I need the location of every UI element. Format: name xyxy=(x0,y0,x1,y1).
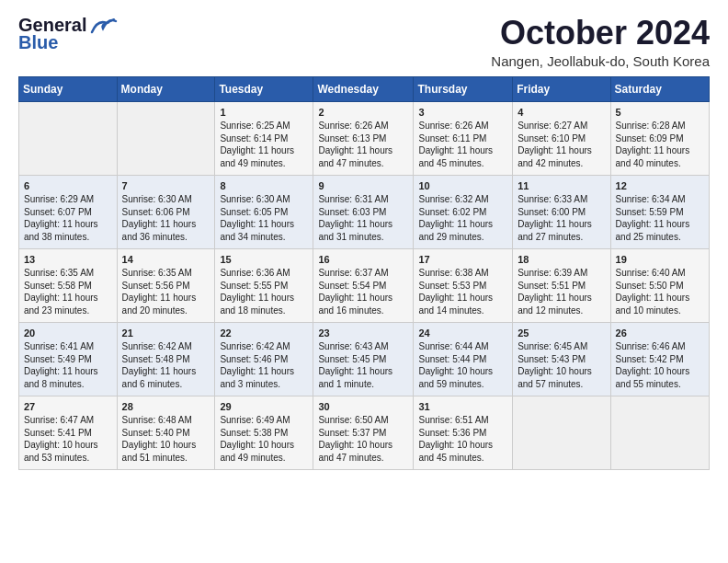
sunrise-text: Sunrise: 6:41 AM xyxy=(24,341,94,351)
day-number: 4 xyxy=(518,106,605,120)
sunset-text: Sunset: 5:56 PM xyxy=(122,281,190,291)
sunset-text: Sunset: 5:55 PM xyxy=(220,281,288,291)
sunrise-text: Sunrise: 6:35 AM xyxy=(24,268,94,278)
day-number: 27 xyxy=(24,400,112,414)
sunset-text: Sunset: 5:54 PM xyxy=(318,281,386,291)
sunrise-text: Sunrise: 6:30 AM xyxy=(220,194,290,204)
day-number: 17 xyxy=(418,253,507,267)
table-row: 22Sunrise: 6:42 AMSunset: 5:46 PMDayligh… xyxy=(215,322,313,396)
sunrise-text: Sunrise: 6:40 AM xyxy=(616,268,686,278)
table-row: 29Sunrise: 6:49 AMSunset: 5:38 PMDayligh… xyxy=(215,396,313,469)
daylight-text: Daylight: 11 hours and 1 minute. xyxy=(318,366,392,389)
sunset-text: Sunset: 5:44 PM xyxy=(418,354,486,364)
table-row xyxy=(610,396,709,469)
sunrise-text: Sunrise: 6:34 AM xyxy=(616,194,686,204)
daylight-text: Daylight: 11 hours and 49 minutes. xyxy=(220,145,294,168)
location: Nangen, Jeollabuk-do, South Korea xyxy=(491,53,710,69)
table-row: 27Sunrise: 6:47 AMSunset: 5:41 PMDayligh… xyxy=(19,396,118,469)
day-number: 25 xyxy=(518,327,605,340)
sunrise-text: Sunrise: 6:38 AM xyxy=(418,268,488,278)
sunrise-text: Sunrise: 6:39 AM xyxy=(518,268,587,278)
sunset-text: Sunset: 5:36 PM xyxy=(418,428,486,438)
table-row: 11Sunrise: 6:33 AMSunset: 6:00 PMDayligh… xyxy=(513,175,610,248)
sunset-text: Sunset: 6:02 PM xyxy=(418,207,486,217)
sunset-text: Sunset: 5:53 PM xyxy=(418,281,486,291)
sunrise-text: Sunrise: 6:50 AM xyxy=(318,415,388,425)
day-number: 14 xyxy=(122,253,210,267)
daylight-text: Daylight: 11 hours and 45 minutes. xyxy=(418,145,493,168)
day-number: 26 xyxy=(616,327,704,340)
sunset-text: Sunset: 5:38 PM xyxy=(220,428,288,438)
table-row: 24Sunrise: 6:44 AMSunset: 5:44 PMDayligh… xyxy=(414,322,513,396)
day-number: 16 xyxy=(318,253,408,267)
table-row: 13Sunrise: 6:35 AMSunset: 5:58 PMDayligh… xyxy=(19,248,118,322)
sunrise-text: Sunrise: 6:32 AM xyxy=(418,194,488,204)
table-row: 1Sunrise: 6:25 AMSunset: 6:14 PMDaylight… xyxy=(215,101,313,175)
table-row: 12Sunrise: 6:34 AMSunset: 5:59 PMDayligh… xyxy=(610,175,709,248)
sunrise-text: Sunrise: 6:45 AM xyxy=(518,341,587,351)
page-container: General Blue October 2024 Nangen, Jeolla… xyxy=(0,0,728,479)
sunrise-text: Sunrise: 6:28 AM xyxy=(616,121,686,131)
sunset-text: Sunset: 6:11 PM xyxy=(418,133,486,144)
calendar-table: Sunday Monday Tuesday Wednesday Thursday… xyxy=(18,76,710,470)
daylight-text: Daylight: 11 hours and 47 minutes. xyxy=(318,145,392,168)
sunset-text: Sunset: 6:03 PM xyxy=(318,207,386,217)
day-number: 19 xyxy=(616,253,704,267)
day-number: 29 xyxy=(220,400,308,414)
sunset-text: Sunset: 5:43 PM xyxy=(518,354,586,364)
daylight-text: Daylight: 10 hours and 59 minutes. xyxy=(418,366,493,389)
sunset-text: Sunset: 5:59 PM xyxy=(616,207,684,217)
sunrise-text: Sunrise: 6:25 AM xyxy=(220,121,290,131)
sunset-text: Sunset: 6:07 PM xyxy=(24,207,92,217)
table-row: 26Sunrise: 6:46 AMSunset: 5:42 PMDayligh… xyxy=(610,322,709,396)
logo: General Blue xyxy=(18,15,118,53)
table-row: 31Sunrise: 6:51 AMSunset: 5:36 PMDayligh… xyxy=(414,396,513,469)
sunrise-text: Sunrise: 6:33 AM xyxy=(518,194,587,204)
day-number: 6 xyxy=(24,179,112,193)
col-sunday: Sunday xyxy=(19,76,118,101)
sunrise-text: Sunrise: 6:35 AM xyxy=(122,268,192,278)
daylight-text: Daylight: 11 hours and 20 minutes. xyxy=(122,293,197,316)
sunset-text: Sunset: 6:14 PM xyxy=(220,133,288,144)
daylight-text: Daylight: 11 hours and 25 minutes. xyxy=(616,219,690,242)
day-number: 18 xyxy=(518,253,605,267)
sunrise-text: Sunrise: 6:43 AM xyxy=(318,341,388,351)
day-number: 12 xyxy=(616,179,704,193)
day-number: 9 xyxy=(318,179,408,193)
daylight-text: Daylight: 10 hours and 57 minutes. xyxy=(518,366,592,389)
sunset-text: Sunset: 6:05 PM xyxy=(220,207,288,217)
sunrise-text: Sunrise: 6:26 AM xyxy=(418,121,488,131)
sunrise-text: Sunrise: 6:49 AM xyxy=(220,415,290,425)
sunrise-text: Sunrise: 6:42 AM xyxy=(122,341,192,351)
day-number: 8 xyxy=(220,179,308,193)
table-row: 3Sunrise: 6:26 AMSunset: 6:11 PMDaylight… xyxy=(414,101,513,175)
daylight-text: Daylight: 11 hours and 3 minutes. xyxy=(220,366,294,389)
table-row: 23Sunrise: 6:43 AMSunset: 5:45 PMDayligh… xyxy=(313,322,414,396)
month-title: October 2024 xyxy=(491,15,710,52)
table-row: 7Sunrise: 6:30 AMSunset: 6:06 PMDaylight… xyxy=(117,175,215,248)
daylight-text: Daylight: 11 hours and 31 minutes. xyxy=(318,219,392,242)
daylight-text: Daylight: 11 hours and 36 minutes. xyxy=(122,219,197,242)
day-number: 3 xyxy=(418,106,507,120)
daylight-text: Daylight: 11 hours and 8 minutes. xyxy=(24,366,98,389)
logo-blue: Blue xyxy=(18,32,58,53)
table-row: 17Sunrise: 6:38 AMSunset: 5:53 PMDayligh… xyxy=(414,248,513,322)
daylight-text: Daylight: 11 hours and 29 minutes. xyxy=(418,219,493,242)
col-thursday: Thursday xyxy=(414,76,513,101)
day-number: 1 xyxy=(220,106,308,120)
sunset-text: Sunset: 5:40 PM xyxy=(122,428,190,438)
table-row: 18Sunrise: 6:39 AMSunset: 5:51 PMDayligh… xyxy=(513,248,610,322)
sunset-text: Sunset: 5:42 PM xyxy=(616,354,684,364)
day-number: 2 xyxy=(318,106,408,120)
daylight-text: Daylight: 11 hours and 16 minutes. xyxy=(318,293,392,316)
header: General Blue October 2024 Nangen, Jeolla… xyxy=(18,15,710,69)
daylight-text: Daylight: 11 hours and 6 minutes. xyxy=(122,366,197,389)
sunset-text: Sunset: 6:13 PM xyxy=(318,133,386,144)
daylight-text: Daylight: 11 hours and 38 minutes. xyxy=(24,219,98,242)
logo-bird-icon xyxy=(88,16,118,36)
sunrise-text: Sunrise: 6:36 AM xyxy=(220,268,290,278)
sunrise-text: Sunrise: 6:51 AM xyxy=(418,415,488,425)
day-number: 22 xyxy=(220,327,308,340)
daylight-text: Daylight: 10 hours and 45 minutes. xyxy=(418,440,493,463)
sunrise-text: Sunrise: 6:46 AM xyxy=(616,341,686,351)
